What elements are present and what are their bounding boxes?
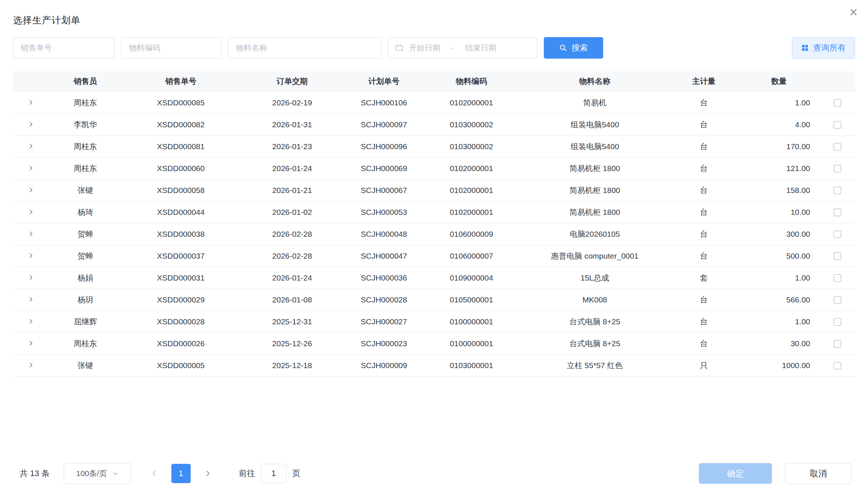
cell-material-name: MK008 — [520, 289, 670, 311]
cell-checkbox — [820, 92, 855, 114]
table-row: 周桂东XSDD0000852026-02-19SCJH0001060102000… — [13, 92, 855, 114]
cell-unit: 台 — [670, 223, 738, 245]
cell-unit: 套 — [670, 267, 738, 289]
row-checkbox[interactable] — [834, 165, 841, 173]
cell-delivery-date: 2026-01-23 — [239, 135, 345, 157]
goto-page-input[interactable] — [261, 464, 286, 483]
search-button-label: 搜索 — [572, 42, 588, 53]
row-checkbox[interactable] — [834, 296, 841, 304]
cell-material-code: 0105000001 — [423, 289, 520, 311]
row-checkbox[interactable] — [834, 318, 841, 326]
cell-salesperson: 张键 — [48, 354, 122, 376]
header-plan-no: 计划单号 — [345, 71, 423, 92]
material-name-input[interactable] — [228, 37, 381, 59]
cancel-button[interactable]: 取消 — [785, 463, 852, 484]
table-row: 张键XSDD0000582026-01-21SCJH00006701020000… — [13, 179, 855, 201]
query-all-button-label: 查询所有 — [813, 42, 846, 53]
row-checkbox[interactable] — [834, 209, 841, 216]
cell-material-name: 简易机柜 1800 — [520, 179, 670, 201]
query-all-button[interactable]: 查询所有 — [792, 37, 855, 59]
expand-row-icon[interactable] — [26, 272, 36, 283]
expand-row-icon[interactable] — [26, 119, 36, 130]
expand-row-icon[interactable] — [26, 229, 36, 239]
cell-material-name: 台式电脑 8+25 — [520, 332, 670, 354]
cell-delivery-date: 2025-12-31 — [239, 311, 345, 332]
cell-qty: 1000.00 — [738, 354, 820, 376]
cell-plan-no: SCJH000106 — [345, 92, 423, 114]
table-row: 杨琦XSDD0000442026-01-02SCJH00005301020000… — [13, 201, 855, 223]
expand-row-icon[interactable] — [26, 141, 36, 151]
table-row: 张键XSDD0000052025-12-18SCJH00000901030000… — [13, 354, 855, 376]
cell-plan-no: SCJH000097 — [345, 114, 423, 135]
cell-checkbox — [820, 135, 855, 157]
expand-row-icon[interactable] — [26, 316, 36, 327]
next-page-icon[interactable] — [200, 464, 216, 483]
filter-bar: 开始日期 - 结束日期 搜索 查询所有 — [13, 37, 855, 59]
row-checkbox[interactable] — [834, 121, 841, 129]
table-row: 屈继辉XSDD0000282025-12-31SCJH0000270100000… — [13, 311, 855, 332]
end-date-placeholder: 结束日期 — [465, 43, 496, 53]
header-salesperson: 销售员 — [48, 71, 122, 92]
close-icon[interactable]: × — [849, 5, 858, 19]
cell-material-code: 0103000001 — [423, 354, 520, 376]
cell-qty: 158.00 — [738, 179, 820, 201]
header-delivery-date: 订单交期 — [239, 71, 345, 92]
cell-plan-no: SCJH000023 — [345, 332, 423, 354]
cell-sales-order: XSDD000082 — [122, 114, 239, 135]
cell-delivery-date: 2026-02-19 — [239, 92, 345, 114]
cell-plan-no: SCJH000069 — [345, 157, 423, 179]
cell-qty: 121.00 — [738, 157, 820, 179]
cell-material-code: 0106000009 — [423, 223, 520, 245]
cell-delivery-date: 2025-12-18 — [239, 354, 345, 376]
cell-checkbox — [820, 354, 855, 376]
expand-row-icon[interactable] — [26, 338, 36, 348]
table-row: 周桂东XSDD0000602026-01-24SCJH0000690102000… — [13, 157, 855, 179]
expand-row-icon[interactable] — [26, 250, 36, 261]
cell-salesperson: 李凯华 — [48, 114, 122, 135]
row-checkbox[interactable] — [834, 340, 841, 348]
cell-salesperson: 贺蝉 — [48, 245, 122, 267]
cell-delivery-date: 2026-01-02 — [239, 201, 345, 223]
expand-row-icon[interactable] — [26, 97, 36, 108]
cell-material-code: 0102000001 — [423, 92, 520, 114]
page-number-1[interactable]: 1 — [171, 464, 191, 483]
cell-checkbox — [820, 223, 855, 245]
row-checkbox[interactable] — [834, 187, 841, 194]
cell-salesperson: 周桂东 — [48, 92, 122, 114]
row-checkbox[interactable] — [834, 230, 841, 238]
sales-order-input[interactable] — [13, 37, 115, 59]
expand-row-icon[interactable] — [26, 294, 36, 305]
goto-page-prefix: 前往 — [239, 468, 255, 479]
date-range-picker[interactable]: 开始日期 - 结束日期 — [388, 37, 537, 59]
cell-delivery-date: 2026-02-28 — [239, 223, 345, 245]
cell-material-code: 0102000001 — [423, 157, 520, 179]
cell-checkbox — [820, 201, 855, 223]
material-code-input[interactable] — [121, 37, 221, 59]
cell-sales-order: XSDD000038 — [122, 223, 239, 245]
row-checkbox[interactable] — [834, 143, 841, 151]
row-checkbox[interactable] — [834, 252, 841, 260]
cell-qty: 30.00 — [738, 332, 820, 354]
table-body: 周桂东XSDD0000852026-02-19SCJH0001060102000… — [13, 92, 855, 376]
expand-row-icon[interactable] — [26, 360, 36, 370]
confirm-button[interactable]: 确定 — [699, 463, 772, 484]
cell-material-name: 组装电脑5400 — [520, 135, 670, 157]
expand-row-icon[interactable] — [26, 207, 36, 217]
page-size-select[interactable]: 100条/页 — [64, 463, 131, 484]
cell-plan-no: SCJH000048 — [345, 223, 423, 245]
expand-row-icon[interactable] — [26, 163, 36, 173]
goto-page-suffix: 页 — [292, 468, 300, 479]
row-checkbox[interactable] — [834, 274, 841, 282]
prev-page-icon[interactable] — [146, 464, 162, 483]
expand-row-icon[interactable] — [26, 185, 36, 195]
cell-unit: 台 — [670, 157, 738, 179]
cell-expand — [13, 311, 48, 332]
cell-expand — [13, 92, 48, 114]
page-size-label: 100条/页 — [76, 468, 107, 479]
chevron-down-icon — [112, 470, 119, 477]
row-checkbox[interactable] — [834, 99, 841, 107]
row-checkbox[interactable] — [834, 362, 841, 370]
search-button[interactable]: 搜索 — [544, 37, 603, 59]
header-expand — [13, 71, 48, 92]
cell-unit: 台 — [670, 311, 738, 332]
